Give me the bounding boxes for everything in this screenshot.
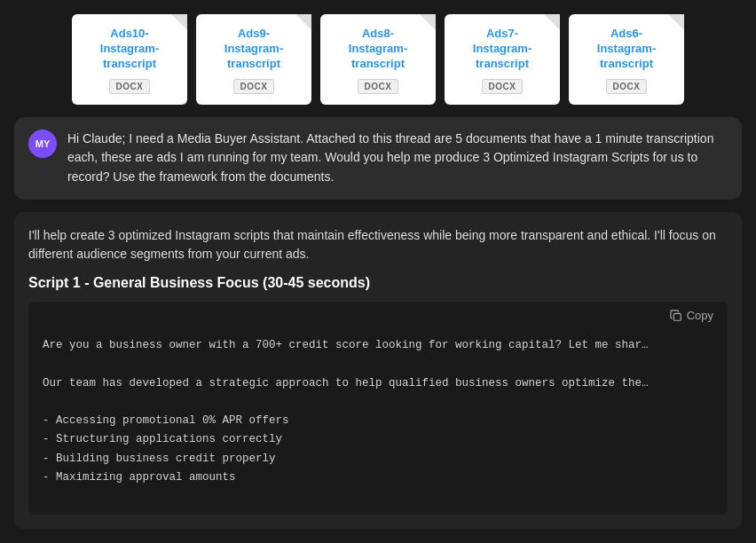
- svg-rect-0: [673, 313, 681, 320]
- code-block: Copy Are you a business owner with a 700…: [28, 302, 728, 515]
- doc-badge-ads10: DOCX: [109, 79, 151, 94]
- code-block-header: Copy: [28, 302, 728, 329]
- doc-card-ads7[interactable]: Ads7-Instagram-transcript DOCX: [445, 14, 560, 105]
- doc-card-ads8[interactable]: Ads8-Instagram-transcript DOCX: [320, 14, 436, 105]
- script1-heading: Script 1 - General Business Focus (30-45…: [28, 275, 728, 291]
- response-intro: I'll help create 3 optimized Instagram s…: [28, 226, 728, 264]
- user-message-text: Hi Claude; I need a Media Buyer Assistan…: [67, 130, 728, 187]
- code-line-1: Are you a business owner with a 700+ cre…: [43, 336, 713, 355]
- doc-card-ads9[interactable]: Ads9-Instagram-transcript DOCX: [196, 14, 311, 105]
- code-line-3: - Accessing promotional 0% APR offers: [43, 412, 713, 430]
- doc-badge-ads6: DOCX: [606, 79, 648, 94]
- copy-icon: [670, 310, 682, 322]
- avatar: MY: [28, 130, 57, 158]
- code-line-6: - Maximizing approval amounts: [43, 468, 713, 487]
- code-line-2: Our team has developed a strategic appro…: [43, 374, 713, 393]
- code-line-5: - Building business credit properly: [43, 450, 713, 468]
- code-content: Are you a business owner with a 700+ cre…: [28, 329, 728, 498]
- code-line-4: - Structuring applications correctly: [43, 430, 713, 449]
- doc-title-ads9: Ads9-Instagram-transcript: [224, 27, 283, 72]
- copy-button[interactable]: Copy: [666, 307, 717, 324]
- doc-badge-ads8: DOCX: [358, 79, 399, 94]
- documents-row: Ads10-Instagram-transcript DOCX Ads9-Ins…: [14, 14, 742, 105]
- code-line-blank2: [43, 393, 713, 412]
- doc-badge-ads7: DOCX: [482, 79, 524, 94]
- copy-label: Copy: [687, 309, 713, 322]
- page-container: Ads10-Instagram-transcript DOCX Ads9-Ins…: [0, 0, 756, 543]
- doc-title-ads6: Ads6-Instagram-transcript: [597, 27, 656, 72]
- doc-badge-ads9: DOCX: [233, 79, 275, 94]
- doc-card-ads10[interactable]: Ads10-Instagram-transcript DOCX: [72, 14, 187, 105]
- doc-title-ads10: Ads10-Instagram-transcript: [100, 27, 159, 72]
- code-line-blank1: [43, 355, 713, 374]
- doc-title-ads8: Ads8-Instagram-transcript: [349, 27, 407, 72]
- doc-title-ads7: Ads7-Instagram-transcript: [473, 27, 532, 72]
- user-message: MY Hi Claude; I need a Media Buyer Assis…: [14, 117, 742, 200]
- doc-card-ads6[interactable]: Ads6-Instagram-transcript DOCX: [569, 14, 684, 105]
- assistant-response: I'll help create 3 optimized Instagram s…: [14, 212, 742, 529]
